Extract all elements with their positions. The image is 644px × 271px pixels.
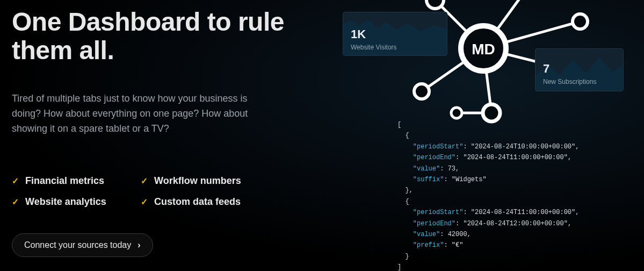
page-headline: One Dashboard to rule them all. bbox=[12, 8, 313, 65]
svg-point-9 bbox=[573, 14, 588, 29]
logo-text: MD bbox=[472, 41, 495, 58]
feature-label: Workflow numbers bbox=[154, 175, 241, 187]
stat-card-subscriptions: 7 New Subscriptions bbox=[535, 48, 624, 91]
feature-list: ✓ Financial metrics ✓ Workflow numbers ✓… bbox=[12, 175, 313, 208]
svg-point-12 bbox=[451, 108, 462, 118]
feature-label: Custom data feeds bbox=[154, 196, 241, 208]
check-icon: ✓ bbox=[141, 176, 148, 186]
feature-item: ✓ Custom data feeds bbox=[141, 196, 270, 208]
feature-item: ✓ Workflow numbers bbox=[141, 175, 270, 187]
check-icon: ✓ bbox=[141, 197, 148, 207]
chevron-right-icon: › bbox=[138, 240, 140, 250]
page-subtext: Tired of multiple tabs just to know how … bbox=[12, 91, 270, 137]
json-sample: [ { "periodStart": "2024-08-24T10:00:00+… bbox=[397, 119, 628, 271]
connect-sources-button[interactable]: Connect your sources today › bbox=[12, 233, 153, 257]
feature-item: ✓ Website analytics bbox=[12, 196, 141, 208]
stat-label: Website Visitors bbox=[351, 44, 439, 51]
cta-label: Connect your sources today bbox=[24, 240, 131, 250]
stat-value: 1K bbox=[351, 27, 439, 41]
feature-label: Website analytics bbox=[25, 196, 106, 208]
svg-point-13 bbox=[414, 84, 429, 99]
check-icon: ✓ bbox=[12, 197, 19, 207]
feature-label: Financial metrics bbox=[25, 175, 104, 187]
feature-item: ✓ Financial metrics bbox=[12, 175, 141, 187]
stat-label: New Subscriptions bbox=[543, 78, 616, 85]
stat-card-visitors: 1K Website Visitors bbox=[343, 12, 447, 56]
stat-value: 7 bbox=[543, 62, 616, 76]
check-icon: ✓ bbox=[12, 176, 19, 186]
svg-point-7 bbox=[426, 0, 444, 9]
